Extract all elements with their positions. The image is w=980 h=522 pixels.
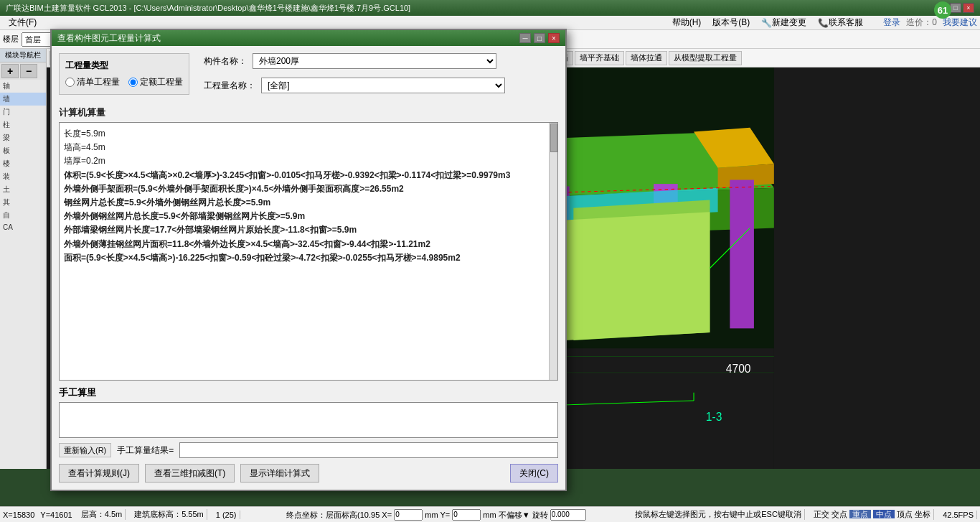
calc-line-1: 长度=5.9m xyxy=(64,127,553,141)
manual-result-label: 手工算量结果= xyxy=(117,444,174,457)
quantity-name-label: 工程量名称： xyxy=(204,80,255,92)
modal-title-bar: 查看构件图元工程量计算式 ─ □ × xyxy=(52,30,565,46)
modal-minimize-btn[interactable]: ─ xyxy=(519,33,531,43)
modal-title-text: 查看构件图元工程量计算式 xyxy=(57,32,519,45)
detail-calc-btn[interactable]: 显示详细计算式 xyxy=(240,464,319,483)
calc-display-box[interactable]: 长度=5.9m 墙高=4.5m 墙厚=0.2m 体积=(5.9<长度>×4.5<… xyxy=(59,122,558,381)
manual-calc-section: 手工算里 重新输入(R) 手工算量结果= xyxy=(59,386,558,458)
calc-rule-btn[interactable]: 查看计算规则(J) xyxy=(59,464,139,483)
radio-bill[interactable]: 清单工程量 xyxy=(65,76,120,88)
recalc-btn[interactable]: 重新输入(R) xyxy=(59,443,111,457)
calc-line-4: 体积=(5.9<长度>×4.5<墙高>×0.2<墙厚>)-3.245<扣窗>-0… xyxy=(64,169,553,182)
radio-quota-input[interactable] xyxy=(128,78,138,87)
radio-bill-input[interactable] xyxy=(65,78,75,87)
calc-line-5: 外墙外侧手架面积=(5.9<外墙外侧手架面积长度>)×4.5<外墙外侧手架面积高… xyxy=(64,182,553,196)
modal-maximize-btn[interactable]: □ xyxy=(534,33,545,43)
manual-result-row: 重新输入(R) 手工算量结果= xyxy=(59,442,558,458)
calc-line-10: 面积=(5.9<长度>×4.5<墙高>)-16.225<扣窗>-0.59<扣砼过… xyxy=(64,251,553,265)
quantity-name-select[interactable]: [全部] xyxy=(261,78,505,93)
3d-deduct-btn[interactable]: 查看三维扣减图(T) xyxy=(145,464,235,483)
component-name-row: 构件名称： 外墙200厚 xyxy=(204,53,558,69)
calc-line-8: 外部墙梁钢丝网片长度=17.7<外部墙梁钢丝网片原始长度>-11.8<扣窗>=5… xyxy=(64,223,553,237)
project-type-radio-group: 清单工程量 定额工程量 xyxy=(65,76,183,88)
modal-footer: 查看计算规则(J) 查看三维扣减图(T) 显示详细计算式 关闭(C) xyxy=(59,464,558,483)
calc-line-7: 外墙外侧钢丝网片总长度=5.9<外部墙梁侧钢丝网片长度>=5.9m xyxy=(64,210,553,223)
modal-overlay: 查看构件图元工程量计算式 ─ □ × 工程量类型 清单工程量 xyxy=(0,0,980,522)
machine-calc-title: 计算机算量 xyxy=(59,106,558,119)
calc-line-3: 墙厚=0.2m xyxy=(64,154,553,168)
calc-scrollbar-thumb[interactable] xyxy=(550,123,557,152)
project-type-label: 工程量类型 xyxy=(65,60,183,72)
close-modal-btn[interactable]: 关闭(C) xyxy=(510,464,558,483)
manual-input-box[interactable] xyxy=(59,402,558,438)
calc-line-9: 外墙外侧薄挂钢丝网片面积=11.8<外墙外边长度>×4.5<墙高>-32.45<… xyxy=(64,238,553,251)
modal-close-btn[interactable]: × xyxy=(548,33,560,43)
calc-formula-modal: 查看构件图元工程量计算式 ─ □ × 工程量类型 清单工程量 xyxy=(50,29,567,491)
machine-calc-section: 计算机算量 长度=5.9m 墙高=4.5m 墙厚=0.2m 体积=(5.9<长度… xyxy=(59,106,558,381)
calc-line-2: 墙高=4.5m xyxy=(64,141,553,154)
radio-quota[interactable]: 定额工程量 xyxy=(128,76,183,88)
quantity-name-row: 工程量名称： [全部] xyxy=(204,78,558,93)
component-name-label: 构件名称： xyxy=(204,55,247,67)
calc-scrollbar[interactable] xyxy=(549,123,557,380)
component-name-select[interactable]: 外墙200厚 xyxy=(253,53,496,69)
manual-calc-title: 手工算里 xyxy=(59,386,558,399)
manual-result-input[interactable] xyxy=(179,442,558,458)
calc-line-6: 钢丝网片总长度=5.9<外墙外侧钢丝网片总长度>=5.9m xyxy=(64,196,553,210)
